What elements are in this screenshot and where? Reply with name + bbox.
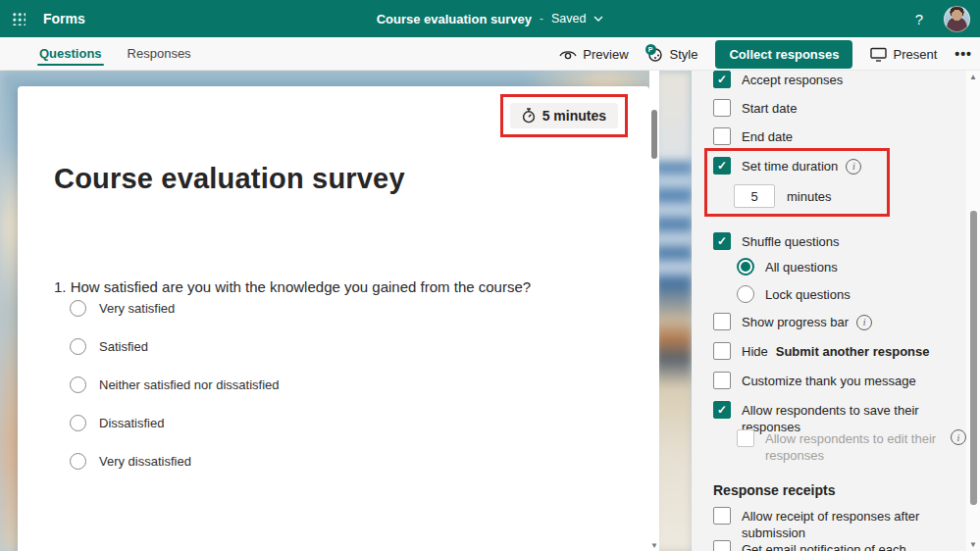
option-very-dissatisfied[interactable]: Very dissatisfied: [70, 453, 191, 470]
form-title[interactable]: Course evaluation survey: [54, 163, 405, 195]
info-icon[interactable]: i: [951, 429, 966, 445]
setting-allow-edit-responses: Allow respondents to edit their response…: [692, 429, 966, 464]
timer-badge: 5 minutes: [510, 103, 618, 128]
style-icon: P: [646, 46, 664, 62]
option-neither[interactable]: Neither satisfied nor dissatisfied: [70, 376, 280, 393]
saved-status: Saved: [551, 12, 586, 25]
background-photo-strip: [655, 71, 692, 551]
checkbox-disabled-icon: [737, 429, 754, 447]
title-separator: -: [540, 12, 543, 25]
present-button[interactable]: Present: [870, 47, 937, 62]
user-avatar[interactable]: [944, 6, 970, 32]
setting-allow-receipt[interactable]: Allow receipt of responses after submiss…: [692, 507, 966, 541]
option-satisfied[interactable]: Satisfied: [70, 338, 148, 355]
checkbox-icon[interactable]: [713, 99, 731, 117]
header-right-group: ?: [908, 0, 980, 37]
checkbox-checked-icon[interactable]: [713, 401, 731, 419]
form-card: 5 minutes Course evaluation survey 1. Ho…: [18, 86, 649, 551]
tab-bar: Questions Responses Preview P S: [0, 37, 980, 71]
setting-customize-thank-you[interactable]: Customize thank you message: [692, 372, 966, 389]
scroll-up-icon[interactable]: ▲: [966, 73, 980, 81]
setting-end-date[interactable]: End date: [692, 127, 966, 145]
checkbox-checked-icon[interactable]: [713, 71, 731, 88]
app-header: Forms Course evaluation survey - Saved ?: [0, 0, 980, 37]
checkbox-icon[interactable]: [713, 127, 731, 145]
preview-button[interactable]: Preview: [559, 47, 628, 62]
info-icon[interactable]: i: [856, 315, 872, 330]
timer-highlight-box: 5 minutes: [500, 94, 628, 137]
checkbox-icon[interactable]: [713, 372, 731, 389]
setting-accept-responses[interactable]: Accept responses: [692, 71, 966, 88]
settings-panel: Accept responses Start date End date Set…: [692, 71, 966, 551]
forms-app-window: Forms Course evaluation survey - Saved ?…: [0, 0, 980, 551]
checkbox-icon[interactable]: [713, 540, 731, 551]
content-scrollbar[interactable]: ▼: [649, 71, 659, 551]
checkbox-icon[interactable]: [713, 313, 731, 330]
radio-icon[interactable]: [70, 453, 86, 470]
checkbox-checked-icon[interactable]: [713, 157, 731, 175]
scroll-down-icon[interactable]: ▼: [966, 540, 980, 549]
setting-hide-submit-another[interactable]: Hide Submit another response: [692, 342, 966, 360]
workspace: 5 minutes Course evaluation survey 1. Ho…: [0, 71, 980, 551]
radio-selected-icon[interactable]: [737, 258, 754, 276]
tab-questions[interactable]: Questions: [39, 37, 102, 70]
radio-icon[interactable]: [70, 300, 86, 317]
radio-icon[interactable]: [70, 415, 86, 431]
help-button[interactable]: ?: [908, 11, 930, 27]
checkbox-checked-icon[interactable]: [713, 232, 731, 250]
app-name: Forms: [43, 11, 85, 26]
style-label: Style: [670, 47, 698, 62]
duration-input-row: minutes: [734, 184, 832, 208]
setting-start-date[interactable]: Start date: [692, 99, 966, 117]
settings-scrollbar[interactable]: ▲ ▼: [966, 71, 980, 551]
scroll-down-icon[interactable]: ▼: [649, 541, 659, 550]
chevron-down-icon[interactable]: [593, 14, 603, 24]
checkbox-icon[interactable]: [713, 342, 731, 360]
monitor-icon: [870, 47, 887, 62]
setting-lock-questions[interactable]: Lock questions: [692, 285, 966, 303]
content-scrollbar-thumb[interactable]: [651, 110, 657, 159]
radio-icon[interactable]: [737, 285, 754, 303]
present-label: Present: [893, 47, 937, 62]
checkbox-icon[interactable]: [713, 507, 731, 525]
tab-responses[interactable]: Responses: [128, 37, 191, 70]
setting-set-time-duration[interactable]: Set time duration i: [692, 157, 966, 175]
question-text[interactable]: 1. How satisfied are you with the knowle…: [54, 278, 531, 295]
document-title-group: Course evaluation survey - Saved: [0, 0, 980, 37]
duration-unit-label: minutes: [787, 189, 832, 204]
timer-badge-label: 5 minutes: [542, 108, 606, 124]
option-very-satisfied[interactable]: Very satisfied: [70, 300, 175, 317]
info-icon[interactable]: i: [846, 159, 861, 175]
collect-responses-button[interactable]: Collect responses: [715, 40, 852, 69]
tabs: Questions Responses: [39, 37, 191, 70]
style-button[interactable]: P Style: [646, 46, 698, 62]
eye-icon: [559, 48, 577, 61]
toolbar-actions: Preview P Style Collect responses: [559, 37, 972, 71]
app-launcher-button[interactable]: [0, 0, 37, 37]
more-options-button[interactable]: •••: [954, 46, 972, 62]
settings-scrollbar-thumb[interactable]: [970, 211, 977, 505]
stopwatch-icon: [522, 108, 536, 124]
radio-icon[interactable]: [70, 376, 86, 393]
response-receipts-heading: Response receipts: [713, 482, 836, 498]
setting-email-notification[interactable]: Get email notification of each response: [692, 540, 966, 551]
document-title: Course evaluation survey: [377, 12, 532, 26]
radio-icon[interactable]: [70, 338, 86, 355]
setting-all-questions[interactable]: All questions: [692, 258, 966, 276]
waffle-icon: [12, 12, 26, 25]
duration-minutes-input[interactable]: [734, 184, 775, 208]
setting-shuffle-questions[interactable]: Shuffle questions: [692, 232, 966, 250]
option-dissatisfied[interactable]: Dissatisfied: [70, 415, 164, 431]
preview-label: Preview: [583, 47, 628, 62]
setting-show-progress-bar[interactable]: Show progress bar i: [692, 313, 966, 330]
